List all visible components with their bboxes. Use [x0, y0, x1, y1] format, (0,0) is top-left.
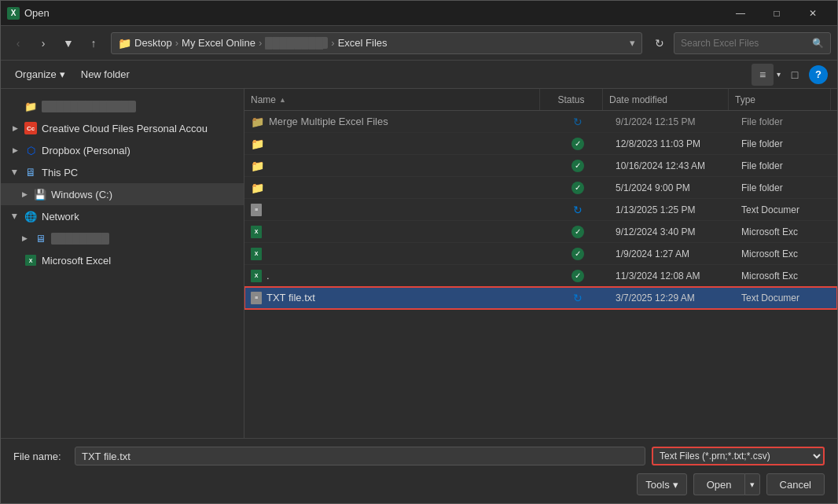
address-toolbar: ‹ › ▼ ↑ 📁 Desktop › My Excel Online › ██…: [1, 26, 837, 61]
folder-icon: 📁: [251, 138, 264, 150]
file-date-cell: 1/9/2024 1:27 AM: [609, 248, 735, 259]
table-row[interactable]: X ✓ 1/9/2024 1:27 AM Microsoft Exc: [244, 243, 837, 265]
tools-button[interactable]: Tools ▾: [637, 473, 686, 495]
help-button[interactable]: ?: [809, 65, 828, 84]
main-area: 📁 ████████████ ▶ Cc Creative Cloud Files…: [1, 89, 837, 438]
table-row[interactable]: 📁 ✓ 12/8/2023 11:03 PM File folder: [244, 133, 837, 155]
column-header-type[interactable]: Type: [729, 89, 831, 110]
up-button[interactable]: ↑: [83, 32, 105, 54]
file-status-cell: ↻: [546, 292, 609, 304]
txt-file-icon: ≡: [251, 292, 262, 304]
organize-button[interactable]: Organize ▾: [10, 65, 70, 83]
sync-status-icon: ↻: [573, 116, 583, 128]
file-name-cell: ≡ TXT file.txt: [244, 292, 546, 304]
table-row-selected[interactable]: ≡ TXT file.txt ↻ 3/7/2025 12:29 AM Text …: [244, 287, 837, 309]
view-dropdown-icon[interactable]: ▾: [777, 70, 781, 79]
expand-arrow-icon: ▶: [10, 167, 20, 177]
excel-file-icon: X: [251, 226, 262, 238]
excel-app-icon: X: [7, 7, 20, 20]
expand-arrow-icon: ▶: [10, 212, 20, 221]
file-name-label: File name:: [13, 451, 68, 462]
file-type-cell: File folder: [735, 160, 837, 171]
sidebar-item-dropbox[interactable]: ▶ ⬡ Dropbox (Personal): [1, 139, 244, 161]
expand-arrow-icon: ▶: [10, 145, 20, 155]
table-row[interactable]: 📁 ✓ 5/1/2024 9:00 PM File folder: [244, 177, 837, 199]
excel-file-icon: X: [251, 248, 262, 260]
cc-icon: Cc: [24, 122, 37, 134]
maximize-button[interactable]: □: [759, 1, 795, 26]
address-bar[interactable]: 📁 Desktop › My Excel Online › ████████ ›…: [111, 32, 642, 54]
file-list: Name ▲ Status Date modified Type: [244, 89, 837, 438]
open-dialog: X Open — □ ✕ ‹ › ▼ ↑ 📁 Desktop › My Exce…: [0, 0, 838, 504]
file-type-cell: File folder: [735, 182, 837, 193]
dialog-title: Open: [24, 7, 50, 19]
new-folder-button[interactable]: New folder: [76, 65, 134, 83]
open-button[interactable]: Open: [693, 473, 744, 495]
sidebar: 📁 ████████████ ▶ Cc Creative Cloud Files…: [1, 89, 244, 438]
table-row[interactable]: 📁 Merge Multiple Excel Files ↻ 9/1/2024 …: [244, 111, 837, 133]
pane-view-button[interactable]: □: [784, 64, 806, 86]
table-row[interactable]: X . ✓ 11/3/2024 12:08 AM Microsoft Exc: [244, 265, 837, 287]
search-box: 🔍: [674, 32, 831, 54]
folder-icon: 📁: [251, 182, 264, 194]
sidebar-item-network-item[interactable]: ▶ 🖥 ████████: [1, 227, 244, 249]
file-date-cell: 11/3/2024 12:08 AM: [609, 270, 735, 281]
column-header-date[interactable]: Date modified: [603, 89, 729, 110]
search-icon: 🔍: [812, 38, 824, 49]
table-row[interactable]: X ✓ 9/12/2024 3:40 PM Microsoft Exc: [244, 221, 837, 243]
file-name-cell: X: [244, 248, 546, 260]
list-view-button[interactable]: ≡: [752, 64, 774, 86]
file-type-select[interactable]: Text Files (*.prn;*.txt;*.csv): [652, 447, 825, 465]
breadcrumb-excel-files[interactable]: Excel Files: [338, 37, 388, 49]
file-name-cell: X .: [244, 270, 546, 282]
table-row[interactable]: ≡ ↻ 1/13/2025 1:25 PM Text Documer: [244, 199, 837, 221]
breadcrumb-dropdown-icon[interactable]: ▾: [630, 37, 635, 49]
excel-icon: X: [24, 254, 37, 267]
breadcrumb-hidden-folder[interactable]: ████████: [265, 37, 328, 49]
check-status-icon: ✓: [572, 182, 584, 194]
column-header-name[interactable]: Name ▲: [244, 89, 540, 110]
cancel-button[interactable]: Cancel: [766, 473, 825, 495]
file-type-cell: File folder: [735, 116, 837, 127]
search-input[interactable]: [681, 38, 809, 49]
sync-status-icon: ↻: [573, 204, 583, 216]
sync-status-icon: ↻: [573, 292, 583, 304]
file-type-cell: Microsoft Exc: [735, 226, 837, 237]
forward-button[interactable]: ›: [32, 32, 54, 54]
sidebar-item-microsoft-excel[interactable]: X Microsoft Excel: [1, 249, 244, 271]
excel-file-icon: X: [251, 270, 262, 282]
sidebar-item-desktop[interactable]: 📁 ████████████: [1, 95, 244, 117]
recent-locations-button[interactable]: ▼: [57, 32, 79, 54]
open-dropdown-button[interactable]: ▾: [744, 473, 760, 495]
close-button[interactable]: ✕: [795, 1, 831, 26]
bottom-actions: Tools ▾ Open ▾ Cancel: [13, 473, 825, 495]
sidebar-item-this-pc[interactable]: ▶ 🖥 This PC: [1, 161, 244, 183]
file-name-row: File name: Text Files (*.prn;*.txt;*.csv…: [13, 447, 825, 465]
check-status-icon: ✓: [572, 160, 584, 172]
network-icon: 🌐: [24, 210, 37, 223]
organize-dropdown-icon: ▾: [60, 68, 65, 80]
file-name-input[interactable]: [75, 447, 645, 465]
folder-icon: 📁: [118, 37, 131, 50]
back-button[interactable]: ‹: [7, 32, 29, 54]
file-date-cell: 5/1/2024 9:00 PM: [609, 182, 735, 193]
monitor-icon: 🖥: [34, 232, 46, 245]
sidebar-item-label: Dropbox (Personal): [42, 145, 130, 156]
breadcrumb-my-excel-online[interactable]: My Excel Online: [182, 37, 255, 49]
sidebar-item-label: This PC: [42, 167, 78, 178]
minimize-button[interactable]: —: [722, 1, 759, 26]
sidebar-item-windows-c[interactable]: ▶ 💾 Windows (C:): [1, 183, 244, 205]
breadcrumb-desktop[interactable]: Desktop: [134, 37, 172, 49]
column-header-status[interactable]: Status: [540, 89, 603, 110]
file-list-body: 📁 Merge Multiple Excel Files ↻ 9/1/2024 …: [244, 111, 837, 438]
refresh-button[interactable]: ↻: [649, 32, 671, 54]
file-status-cell: ✓: [546, 138, 609, 150]
sidebar-item-creative-cloud[interactable]: ▶ Cc Creative Cloud Files Personal Accou: [1, 117, 244, 139]
sidebar-item-network[interactable]: ▶ 🌐 Network: [1, 205, 244, 227]
expand-arrow-icon: ▶: [20, 189, 29, 199]
file-name-cell: 📁: [244, 138, 546, 150]
table-row[interactable]: 📁 ✓ 10/16/2024 12:43 AM File folder: [244, 155, 837, 177]
file-type-cell: Text Documer: [735, 292, 837, 304]
check-status-icon: ✓: [572, 248, 584, 260]
expand-arrow-icon: ▶: [20, 234, 29, 243]
